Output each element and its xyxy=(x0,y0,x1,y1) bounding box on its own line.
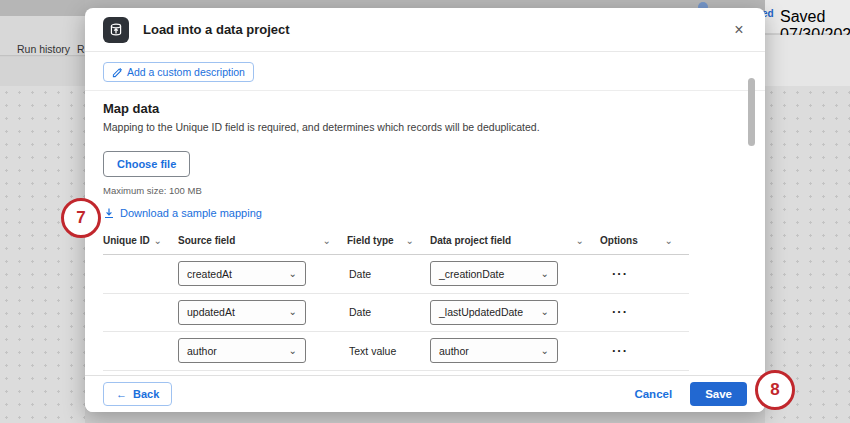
cancel-button[interactable]: Cancel xyxy=(634,388,672,400)
edit-pencil-icon xyxy=(112,67,123,78)
select-value: createdAt xyxy=(187,268,232,280)
background-left-top xyxy=(0,0,85,16)
chevron-down-icon[interactable]: ⌄ xyxy=(323,236,331,246)
dialog-body: Map data Mapping to the Unique ID field … xyxy=(85,91,765,398)
field-type-value: Date xyxy=(347,306,430,318)
row-options-menu-icon[interactable]: ··· xyxy=(600,347,689,355)
background-toggle-bar: Turn the w xyxy=(765,35,850,86)
field-type-value: Date xyxy=(347,268,430,280)
chevron-down-icon: ⌄ xyxy=(289,269,297,279)
download-icon xyxy=(103,207,115,219)
table-row: author⌄ Text value author⌄ ··· xyxy=(103,332,689,371)
load-data-project-dialog: Load into a data project × Add a custom … xyxy=(85,8,765,412)
table-row: updatedAt⌄ Date _lastUpdatedDate⌄ ··· xyxy=(103,294,689,333)
chevron-down-icon[interactable]: ⌄ xyxy=(576,236,584,246)
max-file-size-text: Maximum size: 100 MB xyxy=(103,185,747,196)
select-value: _lastUpdatedDate xyxy=(439,306,523,318)
dialog-footer: ← Back Cancel Save xyxy=(85,375,765,412)
chevron-down-icon: ⌄ xyxy=(541,307,549,317)
chevron-down-icon[interactable]: ⌄ xyxy=(154,236,162,246)
close-icon[interactable]: × xyxy=(729,20,749,40)
row-options-menu-icon[interactable]: ··· xyxy=(600,270,689,278)
data-project-field-select[interactable]: author⌄ xyxy=(430,338,558,363)
chevron-down-icon[interactable]: ⌄ xyxy=(406,236,414,246)
annotation-circle-8: 8 xyxy=(755,370,795,410)
table-row: createdAt⌄ Date _creationDate⌄ ··· xyxy=(103,255,689,294)
data-project-field-select[interactable]: _creationDate⌄ xyxy=(430,261,558,286)
map-data-heading: Map data xyxy=(103,101,747,116)
background-right: ed Saved 07/30/2025 Turn the w xyxy=(765,0,850,423)
dialog-title: Load into a data project xyxy=(143,22,290,37)
background-tab-bar: Run history R xyxy=(0,16,85,56)
select-value: author xyxy=(439,345,469,357)
mapping-table: Unique ID⌄ Source field⌄ Field type⌄ Dat… xyxy=(103,235,689,398)
map-data-description: Mapping to the Unique ID field is requir… xyxy=(103,121,747,133)
col-field-type: Field type xyxy=(347,235,394,246)
tab-run-history[interactable]: Run history xyxy=(17,43,70,55)
dialog-header: Load into a data project × xyxy=(85,8,765,52)
source-field-select[interactable]: author⌄ xyxy=(178,338,306,363)
scrollbar-thumb[interactable] xyxy=(748,78,755,146)
chevron-down-icon: ⌄ xyxy=(289,307,297,317)
field-type-value: Text value xyxy=(347,345,430,357)
back-button-label: Back xyxy=(133,388,159,400)
col-options: Options xyxy=(600,235,638,246)
add-custom-description-label: Add a custom description xyxy=(127,66,245,78)
tab-partial[interactable]: R xyxy=(77,43,85,55)
select-value: _creationDate xyxy=(439,268,504,280)
choose-file-button[interactable]: Choose file xyxy=(103,151,190,177)
download-link-label: Download a sample mapping xyxy=(120,207,262,219)
annotation-circle-7: 7 xyxy=(61,198,101,238)
col-data-project-field: Data project field xyxy=(430,235,511,246)
col-source-field: Source field xyxy=(178,235,235,246)
chevron-down-icon: ⌄ xyxy=(541,269,549,279)
chevron-down-icon: ⌄ xyxy=(289,346,297,356)
mapping-table-header: Unique ID⌄ Source field⌄ Field type⌄ Dat… xyxy=(103,235,689,255)
data-project-field-select[interactable]: _lastUpdatedDate⌄ xyxy=(430,300,558,325)
back-arrow-icon: ← xyxy=(116,388,127,400)
download-sample-mapping-link[interactable]: Download a sample mapping xyxy=(103,207,262,219)
description-row: Add a custom description xyxy=(85,52,765,91)
add-custom-description-button[interactable]: Add a custom description xyxy=(103,62,254,82)
chevron-down-icon[interactable]: ⌄ xyxy=(665,236,673,246)
background-left-band xyxy=(0,57,85,86)
save-button[interactable]: Save xyxy=(690,382,747,406)
dialog-scrollbar[interactable] xyxy=(748,74,755,374)
back-button[interactable]: ← Back xyxy=(103,382,172,406)
source-field-select[interactable]: updatedAt⌄ xyxy=(178,300,306,325)
chevron-down-icon: ⌄ xyxy=(541,346,549,356)
col-unique-id: Unique ID xyxy=(103,235,150,246)
select-value: updatedAt xyxy=(187,306,235,318)
row-options-menu-icon[interactable]: ··· xyxy=(600,308,689,316)
data-project-upload-icon xyxy=(103,17,129,43)
select-value: author xyxy=(187,345,217,357)
background-saved-bar: ed Saved 07/30/2025 xyxy=(765,0,850,34)
background-dot-grid xyxy=(0,86,85,423)
source-field-select[interactable]: createdAt⌄ xyxy=(178,261,306,286)
